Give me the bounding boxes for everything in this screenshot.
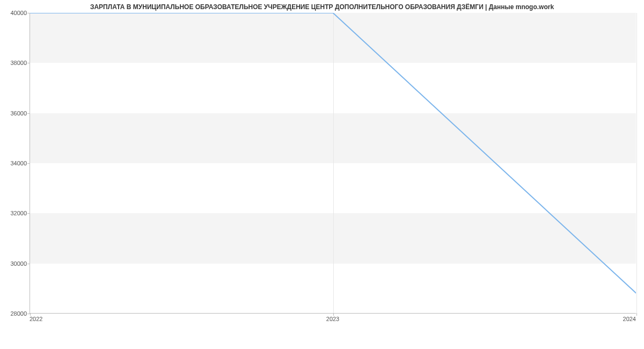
salary-line-chart: ЗАРПЛАТА В МУНИЦИПАЛЬНОЕ ОБРАЗОВАТЕЛЬНОЕ… — [0, 0, 644, 333]
y-tick-mark — [27, 113, 30, 114]
series-layer — [30, 13, 636, 313]
x-tick-label: 2022 — [30, 316, 42, 322]
gridline-v — [636, 13, 637, 313]
y-tick-label: 36000 — [3, 110, 27, 117]
y-tick-mark — [27, 314, 30, 314]
series-line — [30, 13, 636, 293]
y-tick-label: 32000 — [3, 210, 27, 216]
y-tick-label: 30000 — [3, 260, 27, 267]
x-tick-mark — [636, 313, 637, 316]
y-tick-label: 38000 — [3, 60, 27, 66]
x-tick-label: 2024 — [623, 316, 636, 322]
y-tick-label: 34000 — [3, 160, 27, 166]
y-tick-mark — [27, 13, 30, 13]
y-tick-label: 40000 — [3, 10, 27, 16]
y-tick-label: 28000 — [3, 310, 27, 317]
y-tick-mark — [27, 63, 30, 63]
plot-area — [30, 13, 636, 314]
y-tick-mark — [27, 264, 30, 264]
y-tick-mark — [27, 213, 30, 214]
chart-title: ЗАРПЛАТА В МУНИЦИПАЛЬНОЕ ОБРАЗОВАТЕЛЬНОЕ… — [0, 3, 644, 11]
x-tick-label: 2023 — [326, 316, 339, 322]
y-tick-mark — [27, 163, 30, 164]
